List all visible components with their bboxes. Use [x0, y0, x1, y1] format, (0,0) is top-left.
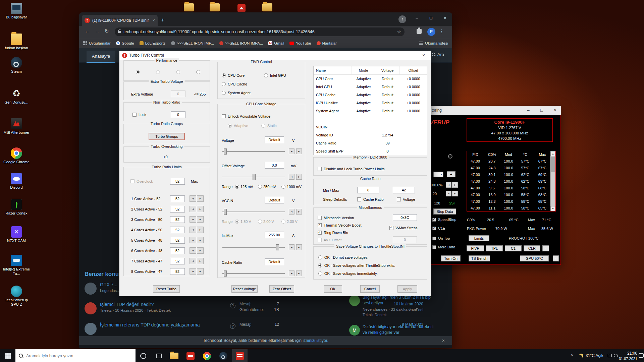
tpl-button[interactable]: TPL — [486, 245, 503, 251]
spin-right-icon[interactable]: ► — [197, 216, 204, 223]
desktop-icon-this-pc[interactable]: Bu bilgisayar — [2, 3, 31, 19]
bookmark-youtube[interactable]: YouTube — [289, 41, 311, 45]
taskbar-app-red[interactable] — [183, 349, 198, 362]
bookmark-star-icon[interactable]: ☆ — [397, 29, 401, 35]
desktop-icon-intel-xtu[interactable]: Intel(R) Extreme Tu... — [2, 255, 31, 276]
turbo-row-input[interactable]: 52 — [170, 247, 185, 254]
spin-left-icon[interactable]: ◄ — [289, 244, 294, 250]
taskbar-steam[interactable] — [216, 349, 231, 362]
spin-left-icon[interactable]: ◄ — [190, 227, 196, 233]
cache-min-input[interactable]: 8 — [357, 187, 379, 193]
topic-title[interactable]: GTX 7... — [100, 282, 117, 287]
spin-right-icon[interactable]: ► — [296, 174, 302, 180]
minus-button[interactable]: - — [553, 255, 559, 261]
range-1000-radio[interactable] — [281, 185, 285, 189]
ok-button[interactable]: OK — [324, 285, 342, 293]
avatar[interactable] — [85, 283, 97, 295]
topic-title[interactable]: İşlemcinin referans TDP değerine yaklaşa… — [100, 322, 200, 327]
c1-button[interactable]: C1 — [505, 245, 522, 251]
spin-left-icon[interactable]: ◄ — [446, 182, 451, 188]
slider-thumb[interactable] — [276, 244, 279, 250]
vccin-slider[interactable] — [222, 212, 285, 212]
weather-text[interactable]: 31°C Açık — [586, 349, 603, 362]
spin-right-icon[interactable]: ► — [296, 148, 302, 154]
spin-left-icon[interactable]: ◄ — [190, 268, 196, 275]
performance-radio-1[interactable] — [136, 70, 140, 74]
cache-ratio-value[interactable]: Default — [265, 258, 284, 265]
task-view-button[interactable] — [151, 349, 166, 362]
minus-button[interactable]: - — [542, 245, 549, 251]
bookmark-lol-esports[interactable]: LoL Esports — [140, 41, 166, 45]
scroll-down-icon[interactable]: ▼ — [550, 206, 555, 211]
sleep-voltage-checkbox[interactable] — [397, 197, 401, 201]
lock-checkbox[interactable] — [132, 113, 137, 117]
performance-radio-4[interactable] — [196, 70, 200, 74]
turbo-row-input[interactable]: 52 — [170, 237, 185, 244]
stop-data-button[interactable]: Stop Data — [433, 208, 456, 215]
spin-left-icon[interactable]: ◄ — [289, 209, 294, 215]
non-turbo-ratio-input[interactable]: 0 — [171, 111, 185, 118]
taskbar-file-explorer[interactable] — [166, 349, 182, 362]
turbo-row-input[interactable]: 52 — [170, 206, 185, 213]
cortana-button[interactable] — [136, 349, 151, 362]
overclock-max-input[interactable]: 52 — [170, 178, 185, 185]
spin-left-icon[interactable]: ◄ — [190, 247, 196, 254]
sleep-cache-ratio-checkbox[interactable] — [357, 197, 361, 201]
profile-dropdown[interactable]: ▼ — [433, 172, 443, 177]
dialog-close-icon[interactable]: × — [419, 53, 428, 58]
ts-bench-button[interactable]: TS Bench — [469, 255, 490, 261]
window-minimize-button[interactable]: – — [410, 12, 424, 24]
turbo-row-input[interactable]: 52 — [170, 227, 185, 233]
extra-voltage-input[interactable]: 0 — [171, 90, 185, 97]
range-180-radio[interactable] — [235, 220, 239, 224]
desktop-folder-icon[interactable] — [184, 3, 194, 11]
overclock-checkbox[interactable] — [130, 179, 135, 183]
spin-left-icon[interactable]: ◄ — [190, 195, 196, 202]
action-center-icon[interactable] — [639, 353, 644, 358]
desktop-icon-steam[interactable]: Steam — [2, 57, 31, 74]
scroll-up-icon[interactable]: ▲ — [550, 151, 555, 156]
voltage-value[interactable]: Default — [265, 136, 284, 143]
desktop-icon-user-folder[interactable]: furkan başkan — [2, 34, 31, 50]
reload-icon[interactable]: ↻ — [105, 28, 109, 34]
url-box[interactable]: technopat.net/sosyal/konu/i9-11900f-cpud… — [115, 27, 405, 36]
bookmark-apps[interactable]: Uygulamalar — [83, 41, 111, 45]
iccmax-value[interactable]: 255.00 — [265, 232, 284, 238]
extensions-icon[interactable] — [417, 29, 422, 34]
bookmark-sell-1[interactable]: >>>SELL IRON IMP... — [171, 41, 214, 45]
bookmark-google[interactable]: G Google — [116, 41, 134, 45]
spin-right-icon[interactable]: ► — [296, 209, 302, 215]
window-maximize-button[interactable]: □ — [536, 106, 547, 115]
save-option-radio-2[interactable] — [318, 263, 322, 267]
bookmark-maps[interactable]: Haritalar — [317, 41, 337, 45]
turbo-row-input[interactable]: 52 — [170, 195, 185, 202]
c1e-checkbox[interactable] — [432, 227, 436, 230]
performance-radio-3[interactable] — [176, 70, 180, 74]
static-radio[interactable] — [261, 124, 265, 128]
spin-right-icon[interactable]: ► — [197, 195, 204, 202]
desktop-icon-nzxt-cam[interactable]: NZXT CAM — [2, 226, 31, 243]
spin-left-icon[interactable]: ◄ — [446, 191, 451, 196]
zero-offset-button[interactable]: Zero Offset — [269, 285, 294, 293]
spin-right-icon[interactable]: ► — [197, 237, 204, 243]
adaptive-radio[interactable] — [228, 124, 232, 128]
spin-left-icon[interactable]: ◄ — [190, 237, 196, 243]
spin-right-icon[interactable]: ► — [197, 247, 204, 254]
browser-tab[interactable]: t (1) i9-11900F CPU'da TDP sınır s... × — [82, 15, 158, 26]
avx-offset-value[interactable]: 0 — [393, 236, 417, 243]
range-125-radio[interactable] — [235, 185, 239, 189]
cache-max-input[interactable]: 42 — [393, 187, 415, 193]
back-icon[interactable]: ← — [85, 28, 90, 34]
slider-thumb[interactable] — [224, 209, 227, 215]
notification-link[interactable]: izninizi istiyor. — [303, 338, 328, 343]
avatar[interactable]: M — [349, 325, 360, 336]
notification-close-icon[interactable]: × — [442, 336, 445, 345]
save-option-radio-3[interactable] — [318, 272, 322, 276]
more-data-checkbox[interactable] — [432, 245, 436, 249]
nav-home-tab[interactable]: Anasayfa — [87, 51, 115, 63]
spin-right-icon[interactable]: ► — [197, 258, 204, 264]
desktop-icon-msi-afterburner[interactable]: MSI Afterburner — [2, 118, 31, 135]
avatar[interactable] — [85, 323, 97, 335]
browser-menu-icon[interactable]: ⋮ — [439, 28, 444, 34]
taskbar-throttlestop[interactable] — [232, 349, 248, 362]
